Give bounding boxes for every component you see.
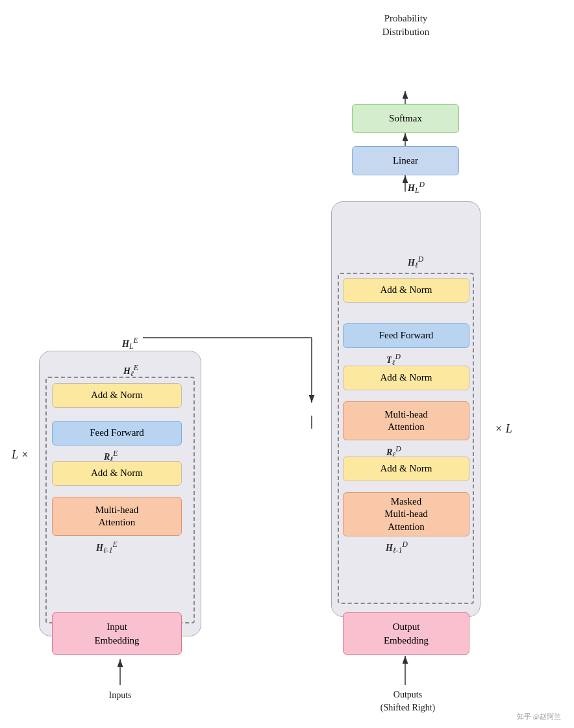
enc-input-embedding: InputEmbedding [52, 612, 182, 655]
outputs-label: Outputs(Shifted Right) [356, 688, 460, 714]
dec-add-norm-2: Add & Norm [343, 366, 469, 390]
dec-h-ell-d-label: HℓD [408, 255, 423, 270]
h-l-d-label: HLD [408, 181, 425, 195]
dec-masked-multihead: MaskedMulti-headAttention [343, 492, 469, 536]
prob-dist-label: ProbabilityDistribution [364, 12, 448, 39]
enc-h-ell-e-label: HℓE [123, 364, 138, 378]
enc-feedforward: Feed Forward [52, 421, 182, 446]
diagram: ProbabilityDistribution Softmax Linear H… [0, 0, 574, 728]
inputs-label: Inputs [91, 690, 149, 701]
dec-feedforward: Feed Forward [343, 323, 469, 348]
dec-add-norm-3: Add & Norm [343, 278, 469, 303]
enc-h-l-e-label: HLE [122, 336, 138, 351]
softmax-box: Softmax [352, 104, 459, 133]
watermark: 知乎 @赵阿兰 [517, 712, 561, 722]
enc-h-ell-minus1-e: Hℓ-1E [96, 540, 118, 555]
dec-output-embedding: OutputEmbedding [343, 612, 469, 655]
decoder-xl-label: × L [495, 422, 512, 436]
enc-multihead-attention: Multi-headAttention [52, 497, 182, 536]
dec-h-ell-minus1-d: Hℓ-1D [386, 540, 408, 555]
dec-add-norm-1: Add & Norm [343, 457, 469, 481]
linear-box: Linear [352, 146, 459, 175]
enc-add-norm-2: Add & Norm [52, 383, 182, 408]
dec-multihead-attention: Multi-headAttention [343, 401, 469, 440]
encoder-lx-label: L × [12, 448, 29, 462]
enc-add-norm-1: Add & Norm [52, 461, 182, 486]
